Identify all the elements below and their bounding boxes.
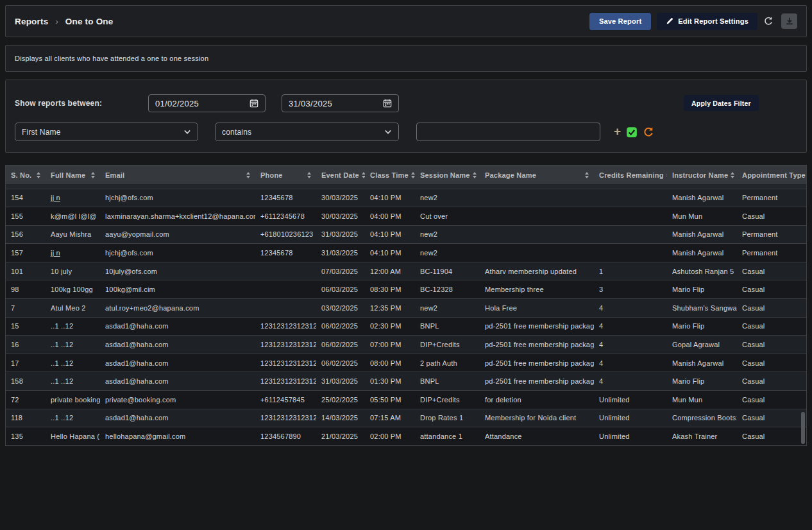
date-range-label: Show reports between: [15, 99, 102, 108]
column-label: Class Time [370, 171, 409, 179]
add-filter-icon[interactable]: + [614, 125, 621, 137]
page-title: One to One [65, 17, 114, 26]
table-spacer-row [6, 184, 806, 189]
table-header-row: S. No.Full NameEmailPhoneEvent DateClass… [6, 166, 806, 184]
column-header-credits-remaining[interactable]: Credits Remaining [594, 166, 667, 184]
column-header-s-no[interactable]: S. No. [6, 166, 46, 184]
sort-icon[interactable] [246, 172, 250, 178]
breadcrumb-reports[interactable]: Reports [15, 17, 48, 26]
save-report-button[interactable]: Save Report [589, 13, 651, 30]
sort-icon[interactable] [731, 172, 734, 178]
sort-icon[interactable] [91, 172, 95, 178]
column-header-package-name[interactable]: Package Name [480, 166, 594, 184]
column-header-email[interactable]: Email [100, 166, 255, 184]
apply-filter-check-icon[interactable] [626, 126, 638, 138]
filters-panel: Show reports between: Apply Dates Filter… [5, 80, 807, 153]
client-name-link[interactable]: jj n [51, 249, 60, 257]
table-row: 154jj nhjchj@ofs.com1234567830/03/202504… [6, 189, 806, 207]
table-row: 10110 july10july@ofs.com07/03/202512:00 … [6, 262, 806, 280]
top-bar: Reports › One to One Save Report Edit Re… [5, 5, 807, 37]
filter-operator-selected: contains [222, 128, 251, 137]
table-row: 15..1 ..12asdad1@haha.com123123123123120… [6, 317, 806, 336]
download-icon [786, 17, 793, 25]
sort-icon[interactable] [362, 172, 365, 178]
table-row: 7Atul Meo 2atul.roy+meo2@hapana.com03/02… [6, 299, 806, 318]
sort-icon[interactable] [411, 172, 415, 178]
sort-icon[interactable] [307, 172, 311, 178]
edit-report-settings-label: Edit Report Settings [678, 17, 749, 25]
date-to-field[interactable] [282, 94, 399, 112]
refresh-icon[interactable] [763, 16, 774, 26]
apply-dates-filter-button[interactable]: Apply Dates Filter [684, 95, 759, 111]
breadcrumb-separator: › [55, 17, 58, 26]
reset-filter-icon[interactable] [643, 126, 654, 138]
column-header-event-date[interactable]: Event Date [316, 166, 365, 184]
chevron-down-icon [384, 129, 392, 135]
column-label: Session Name [420, 171, 470, 179]
sort-icon[interactable] [666, 172, 667, 178]
column-label: Email [105, 171, 124, 179]
edit-report-settings-button[interactable]: Edit Report Settings [657, 13, 757, 30]
column-label: Full Name [51, 171, 85, 179]
column-header-phone[interactable]: Phone [255, 166, 316, 184]
pencil-icon [666, 17, 673, 25]
date-to-input[interactable] [289, 99, 366, 108]
save-report-label: Save Report [599, 17, 641, 25]
column-header-appointment-type[interactable]: Appointment Type [737, 166, 806, 184]
sort-icon[interactable] [37, 172, 40, 178]
report-description-bar: Displays all clients who have attended a… [5, 45, 807, 72]
apply-dates-filter-label: Apply Dates Filter [691, 99, 751, 107]
table-row: 98100kg 100gg100kg@mil.cim06/03/202508:3… [6, 280, 806, 299]
column-header-class-time[interactable]: Class Time [365, 166, 415, 184]
column-label: Event Date [321, 171, 359, 179]
report-description: Displays all clients who have attended a… [15, 55, 208, 62]
table-row: 155k@m@l l@l@laxminarayan.sharma+kxclien… [6, 207, 806, 226]
download-button[interactable] [781, 13, 797, 29]
column-label: S. No. [11, 171, 31, 179]
table-row: 118..1 ..12asdad1@haha.com12312312312312… [6, 409, 806, 427]
filter-action-icons: + [614, 123, 654, 141]
client-name-link[interactable]: jj n [51, 194, 60, 201]
date-from-input[interactable] [155, 99, 232, 108]
column-header-instructor-name[interactable]: Instructor Name [667, 166, 737, 184]
column-label: Package Name [485, 171, 536, 179]
sort-icon[interactable] [473, 172, 477, 178]
filter-value-input[interactable] [416, 123, 600, 141]
date-from-field[interactable] [148, 94, 266, 112]
toolbar: Save Report Edit Report Settings [589, 13, 797, 30]
table-row: 158..1 ..12asdad1@haha.com12312312312312… [6, 372, 806, 391]
table-row: 135Hello Hapana ()hellohapana@gmail.com1… [6, 427, 806, 446]
column-header-session-name[interactable]: Session Name [415, 166, 480, 184]
chevron-down-icon [183, 129, 191, 135]
reports-table-container: S. No.Full NameEmailPhoneEvent DateClass… [5, 165, 807, 446]
vertical-scrollbar[interactable] [801, 412, 805, 444]
column-label: Appointment Type [742, 171, 806, 179]
reports-table: S. No.Full NameEmailPhoneEvent DateClass… [6, 166, 806, 445]
filter-operator-select[interactable]: contains [215, 123, 399, 141]
column-label: Credits Remaining [599, 171, 664, 179]
calendar-icon[interactable] [383, 99, 392, 108]
table-row: 17..1 ..12asdad1@haha.com123123123123120… [6, 354, 806, 372]
breadcrumb: Reports › One to One [15, 17, 114, 26]
filter-field-selected: First Name [22, 128, 61, 137]
table-row: 72private bookingprivate@booking.com+611… [6, 391, 806, 409]
filter-field-select[interactable]: First Name [15, 123, 198, 141]
column-label: Instructor Name [672, 171, 728, 179]
table-row: 157jj nhjchj@ofs.com1234567831/03/202504… [6, 244, 806, 262]
column-label: Phone [260, 171, 283, 179]
sort-icon[interactable] [585, 172, 589, 178]
table-row: 156Aayu Mishraaayu@yopmail.com+618010236… [6, 225, 806, 244]
column-header-full-name[interactable]: Full Name [46, 166, 100, 184]
calendar-icon[interactable] [250, 99, 258, 108]
table-row: 16..1 ..12asdad1@haha.com123123123123120… [6, 336, 806, 354]
